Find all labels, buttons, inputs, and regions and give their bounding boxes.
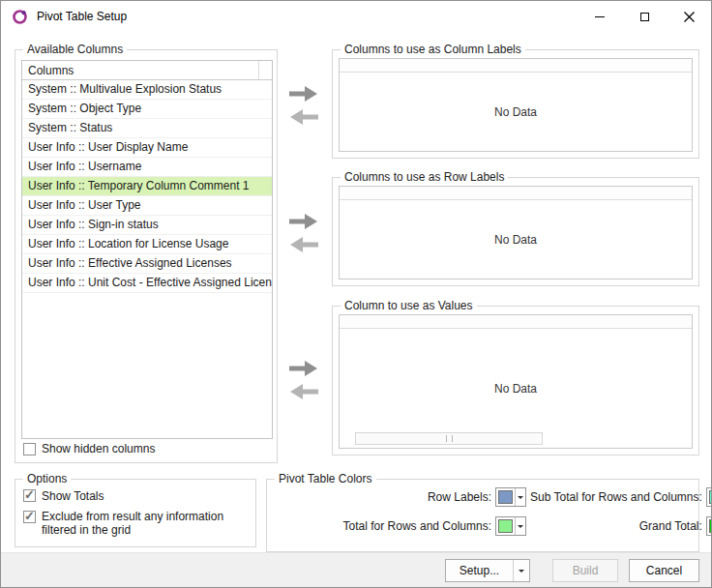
pivot-colors-group-label: Pivot Table Colors (275, 472, 376, 485)
total-color-picker[interactable] (495, 516, 526, 536)
list-scrollbar-placeholder (259, 61, 272, 79)
empty-header-row (340, 187, 692, 200)
row-labels-color-picker[interactable] (495, 487, 526, 507)
scrollbar-grip-icon (446, 435, 453, 442)
pivot-colors-grid: Row Labels: Sub Total for Rows and Colum… (275, 487, 691, 536)
list-item[interactable]: User Info :: Effective Assigned Licenses (22, 254, 272, 274)
column-labels-list[interactable]: No Data (339, 58, 693, 152)
empty-header-row (340, 315, 692, 329)
list-item[interactable]: User Info :: Unit Cost - Effective Assig… (22, 274, 272, 293)
values-group-label: Column to use as Values (341, 299, 477, 312)
setup-button-label: Setup... (446, 564, 513, 577)
show-hidden-columns-checkbox[interactable]: Show hidden columns (23, 442, 155, 456)
pivot-table-setup-dialog: Pivot Table Setup Available Columns Colu… (0, 0, 712, 588)
exclude-filtered-checkbox-box[interactable] (23, 511, 36, 523)
setup-dropdown-arrow-icon[interactable] (513, 560, 529, 581)
remove-row-label-button[interactable] (287, 236, 320, 253)
list-item[interactable]: User Info :: Username (22, 158, 272, 177)
exclude-filtered-checkbox[interactable]: Exclude from result any information filt… (23, 510, 235, 537)
dropdown-arrow-icon[interactable] (515, 488, 525, 506)
minimize-button[interactable] (578, 1, 622, 32)
grand-total-color-picker[interactable] (706, 516, 712, 536)
minimize-icon (595, 16, 605, 17)
build-button-label: Build (573, 564, 599, 577)
list-item-selected[interactable]: User Info :: Temporary Column Comment 1 (22, 177, 272, 196)
list-item[interactable]: User Info :: User Type (22, 196, 272, 216)
list-item[interactable]: System :: Status (22, 119, 272, 138)
empty-header-row (340, 59, 692, 73)
close-button[interactable] (667, 1, 711, 32)
arrow-right-icon (287, 85, 320, 103)
sub-total-color-label: Sub Total for Rows and Columns: (530, 490, 702, 504)
title-bar[interactable]: Pivot Table Setup (1, 1, 711, 32)
no-data-text: No Data (340, 329, 692, 448)
remove-column-label-button[interactable] (287, 108, 320, 126)
arrow-right-icon (287, 213, 320, 230)
total-color-label: Total for Rows and Columns: (275, 519, 491, 533)
pivot-colors-group: Pivot Table Colors Row Labels: Sub Total… (266, 479, 699, 552)
build-button[interactable]: Build (552, 559, 618, 582)
row-labels-group: Columns to use as Row Labels No Data (332, 177, 699, 286)
app-icon (12, 9, 28, 25)
arrow-left-icon (287, 108, 320, 126)
horizontal-scrollbar[interactable] (355, 432, 543, 445)
grand-total-color-label: Grand Total: (530, 519, 702, 533)
show-totals-checkbox-label: Show Totals (42, 489, 104, 503)
arrow-right-icon (287, 360, 320, 377)
list-item[interactable]: User Info :: Sign-in status (22, 216, 272, 235)
list-item[interactable]: System :: Object Type (22, 100, 272, 119)
total-color-swatch (498, 519, 513, 533)
list-item[interactable]: System :: Multivalue Explosion Status (22, 80, 272, 100)
list-item[interactable]: User Info :: User Display Name (22, 138, 272, 158)
setup-button[interactable]: Setup... (445, 559, 530, 582)
show-hidden-checkbox-box[interactable] (23, 443, 36, 456)
list-header-row: Columns (22, 61, 272, 80)
no-data-text: No Data (340, 200, 692, 279)
row-labels-color-swatch (498, 490, 513, 504)
exclude-filtered-checkbox-label: Exclude from result any information filt… (42, 510, 235, 537)
arrow-left-icon (287, 383, 320, 400)
available-columns-group: Available Columns Columns System :: Mult… (15, 49, 278, 463)
footer-bar: Setup... Build Cancel (1, 552, 711, 587)
maximize-icon (640, 13, 649, 21)
cancel-button-label: Cancel (646, 564, 682, 577)
show-totals-checkbox[interactable]: Show Totals (23, 489, 104, 503)
values-group: Column to use as Values No Data (332, 306, 699, 456)
cancel-button[interactable]: Cancel (629, 559, 699, 582)
show-totals-checkbox-box[interactable] (23, 489, 36, 502)
row-labels-group-label: Columns to use as Row Labels (341, 170, 508, 184)
arrow-left-icon (287, 236, 320, 253)
row-labels-list[interactable]: No Data (339, 186, 693, 279)
list-item[interactable]: User Info :: Location for License Usage (22, 235, 272, 254)
add-value-button[interactable] (287, 360, 320, 377)
options-group-label: Options (23, 472, 71, 485)
show-hidden-checkbox-label: Show hidden columns (42, 442, 155, 456)
caption-buttons (578, 1, 711, 32)
values-list[interactable]: No Data (339, 314, 693, 449)
columns-column-header[interactable]: Columns (22, 61, 259, 79)
window-title: Pivot Table Setup (37, 10, 127, 23)
dropdown-arrow-icon[interactable] (515, 517, 525, 535)
close-icon (684, 12, 695, 22)
column-labels-group: Columns to use as Column Labels No Data (332, 49, 699, 159)
available-columns-list[interactable]: Columns System :: Multivalue Explosion S… (21, 60, 273, 439)
remove-value-button[interactable] (287, 383, 320, 400)
column-labels-group-label: Columns to use as Column Labels (341, 43, 525, 56)
list-rows: System :: Multivalue Explosion Status Sy… (22, 80, 272, 293)
row-labels-color-label: Row Labels: (275, 490, 491, 504)
add-column-label-button[interactable] (287, 85, 320, 103)
available-columns-group-label: Available Columns (23, 43, 127, 56)
maximize-button[interactable] (622, 1, 667, 32)
no-data-text: No Data (340, 73, 692, 151)
add-row-label-button[interactable] (287, 213, 320, 230)
sub-total-color-picker[interactable] (706, 487, 712, 507)
options-group: Options Show Totals Exclude from result … (15, 479, 256, 547)
